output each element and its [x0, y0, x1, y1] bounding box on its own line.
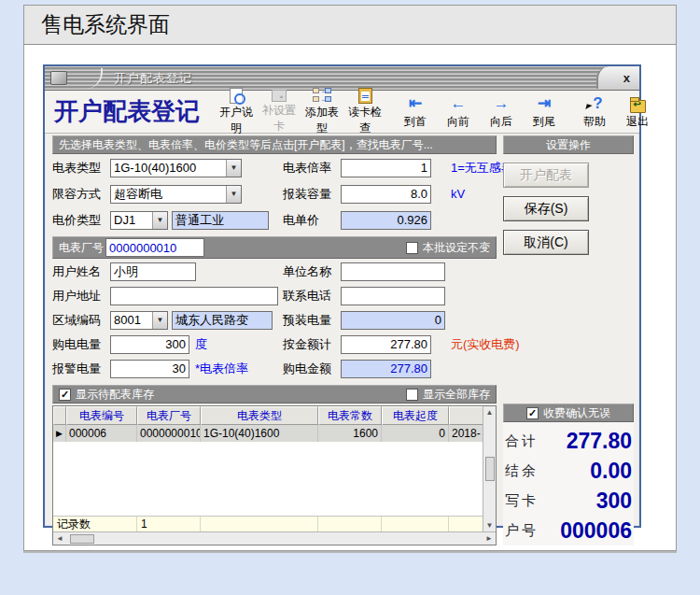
form-row: 用户姓名 单位名称	[52, 260, 497, 283]
open-account-meter-button: 开户配表	[503, 163, 589, 188]
settings-panel-header: 设置操作	[503, 135, 634, 154]
table-row[interactable]: ▶ 000006 0000000010 1G-10(40)1600 1600 0…	[53, 425, 483, 442]
phone-label: 联系电话	[283, 288, 341, 305]
horizontal-scrollbar[interactable]: ◄ ►	[53, 531, 496, 545]
row-indicator-icon: ▶	[53, 425, 66, 442]
table-header-meter-number[interactable]: 电表编号	[66, 406, 137, 425]
user-name-input[interactable]	[110, 262, 196, 281]
scroll-down-icon[interactable]: ▼	[483, 519, 497, 531]
exit-button[interactable]: 退出	[616, 92, 659, 132]
by-amount-input[interactable]	[341, 335, 431, 354]
table-header-meter-constant[interactable]: 电表常数	[318, 406, 382, 425]
chevron-down-icon[interactable]: ▼	[226, 160, 241, 177]
total-row: 写卡 300	[505, 486, 632, 516]
table-header-extra[interactable]	[449, 406, 483, 425]
capacity-input[interactable]	[341, 185, 431, 204]
area-code-select[interactable]: 8001 ▼	[110, 311, 168, 330]
vertical-scroll-thumb[interactable]	[485, 457, 495, 481]
go-next-button[interactable]: → 向后	[480, 92, 523, 132]
horizontal-scroll-thumb[interactable]	[70, 534, 94, 544]
meter-type-select[interactable]: 1G-10(40)1600 ▼	[110, 159, 242, 177]
cancel-button[interactable]: 取消(C)	[503, 230, 589, 255]
fee-confirm-checkbox[interactable]: ✓	[526, 407, 539, 419]
title-bar[interactable]: 开户配表登记 x	[45, 66, 639, 91]
vertical-scrollbar[interactable]: ▲ ▼	[483, 406, 496, 531]
preload-energy-label: 预装电量	[283, 312, 341, 329]
read-card-check-button[interactable]: 读卡检查	[343, 92, 386, 132]
cell-meter-number: 000006	[66, 425, 137, 442]
batch-unchanged-checkbox[interactable]	[406, 242, 418, 254]
go-first-button[interactable]: ⇤ 到首	[394, 92, 437, 132]
add-meter-type-button[interactable]: → → 添加表型	[301, 92, 343, 132]
buy-amount-label: 购电金额	[283, 361, 341, 377]
form-row: 用户地址 联系电话	[52, 284, 497, 307]
help-icon: ?	[586, 94, 602, 113]
unit-name-label: 单位名称	[283, 263, 341, 280]
open-account-help-button[interactable]: 开户说明	[215, 92, 258, 132]
user-address-input[interactable]	[110, 287, 278, 305]
read-card-icon	[358, 88, 372, 104]
meter-ratio-input[interactable]	[341, 159, 431, 177]
cell-factory-number: 0000000010	[137, 425, 201, 442]
scroll-right-icon[interactable]: ►	[483, 532, 496, 545]
table-header-factory-number[interactable]: 电表厂号	[137, 406, 201, 425]
form-row: 限容方式 超容断电 ▼ 报装容量 kV	[52, 181, 497, 206]
chevron-down-icon[interactable]: ▼	[152, 212, 167, 229]
totals-panel: 合计 277.80 结余 0.00 写卡 300 户号 000006	[503, 422, 634, 545]
record-count-value: 1	[137, 517, 201, 531]
buy-energy-input[interactable]	[110, 335, 189, 354]
window-icon	[50, 71, 67, 85]
phone-input[interactable]	[341, 287, 445, 305]
toolbar-button-label: 读卡检查	[347, 105, 383, 136]
page-header: 售电系统界面	[24, 6, 676, 45]
alarm-energy-input[interactable]	[110, 360, 189, 378]
scroll-left-icon[interactable]: ◄	[53, 532, 66, 545]
dialog-heading: 开户配表登记	[50, 95, 207, 128]
limit-mode-select[interactable]: 超容断电 ▼	[110, 185, 242, 204]
area-name-field: 城东人民路变	[172, 311, 273, 330]
right-panel: 设置操作 开户配表 保存(S) 取消(C) ✓ 收费确认无误 合计	[503, 135, 634, 545]
toolbar-button-label: 开户说明	[218, 105, 254, 136]
toolbar-button-label: 到首	[404, 114, 427, 130]
scroll-up-icon[interactable]: ▲	[483, 406, 497, 418]
form-row: 购电电量 度 按金额计 元(实收电费)	[52, 333, 497, 356]
go-last-button[interactable]: ⇥ 到尾	[523, 92, 566, 132]
account-number-value: 000006	[539, 518, 632, 544]
total-row: 合计 277.80	[505, 426, 632, 456]
fee-confirm-label: 收费确认无误	[543, 405, 610, 421]
limit-mode-label: 限容方式	[52, 186, 110, 203]
table-header-meter-start[interactable]: 电表起度	[382, 406, 449, 425]
titlebar-decoration	[71, 68, 103, 89]
show-pending-stock-checkbox[interactable]: ✓	[59, 389, 71, 401]
toolbar-button-label: 帮助	[583, 114, 606, 130]
form-row: 电表类型 1G-10(40)1600 ▼ 电表倍率 1=无互感器	[52, 155, 497, 180]
capacity-note: kV	[451, 187, 465, 201]
total-sum-value: 277.80	[539, 429, 632, 454]
toolbar-button-label: 向后	[490, 114, 512, 130]
record-count-label: 记录数	[53, 517, 137, 531]
window-title: 开户配表登记	[114, 70, 192, 87]
show-all-stock-checkbox[interactable]	[406, 389, 418, 401]
content-card: 售电系统界面 开户配表登记 x 开户配表登记 开户说明 补设置卡	[23, 5, 677, 551]
table-header-meter-type[interactable]: 电表类型	[201, 406, 318, 425]
dialog-content: 先选择电表类型、电表倍率、电价类型等后点击[开户配表]，查找电表厂号... 电表…	[45, 134, 639, 549]
chevron-down-icon[interactable]: ▼	[152, 312, 167, 329]
close-icon[interactable]: x	[596, 66, 639, 89]
save-button[interactable]: 保存(S)	[503, 196, 589, 221]
price-type-label: 电价类型	[52, 212, 110, 229]
show-all-stock-label: 显示全部库存	[423, 387, 490, 403]
batch-unchanged-label: 本批设定不变	[423, 240, 490, 256]
fee-confirm-bar: ✓ 收费确认无误	[503, 404, 634, 422]
price-type-select[interactable]: DJ1 ▼	[110, 211, 168, 230]
go-previous-button[interactable]: ← 向前	[437, 92, 480, 132]
unit-name-input[interactable]	[341, 262, 445, 281]
left-panel: 先选择电表类型、电表倍率、电价类型等后点击[开户配表]，查找电表厂号... 电表…	[52, 135, 497, 545]
user-address-label: 用户地址	[52, 288, 110, 305]
factory-number-input[interactable]	[105, 238, 204, 257]
chevron-down-icon[interactable]: ▼	[226, 186, 241, 203]
total-row: 结余 0.00	[505, 456, 632, 486]
price-type-name-field: 普通工业	[172, 211, 269, 230]
help-button[interactable]: ? 帮助	[573, 92, 616, 132]
toolbar-button-label: 到尾	[533, 114, 555, 130]
factory-number-bar: 电表厂号 本批设定不变	[52, 236, 497, 259]
